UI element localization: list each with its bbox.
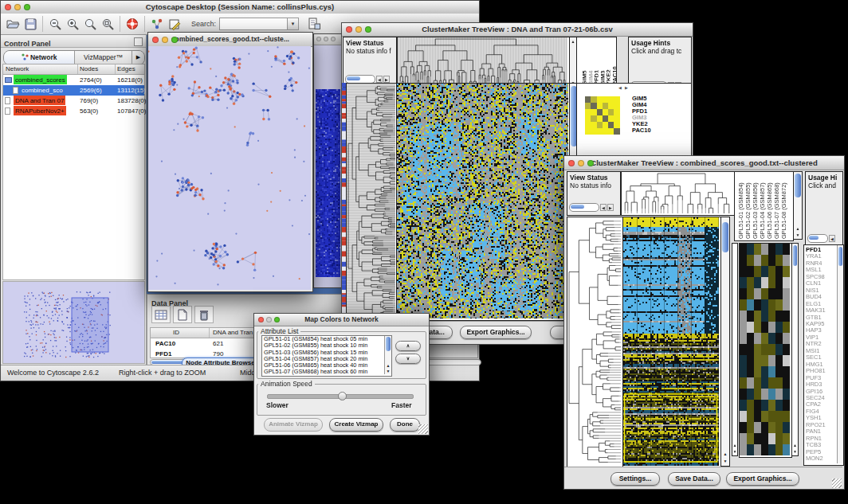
close-button[interactable]: [152, 37, 159, 43]
minimize-button[interactable]: [355, 26, 362, 33]
matrix-cell: [614, 128, 619, 135]
scroll-left-icon[interactable]: ◀: [376, 76, 383, 83]
export-graphics-button[interactable]: Export Graphics...: [460, 326, 532, 339]
row-id: PFD1: [155, 349, 171, 359]
attribute-listbox[interactable]: GPL51-01 (GSM854) heat shock 05 minGPL51…: [261, 335, 392, 377]
minimize-button[interactable]: [162, 37, 168, 43]
zoom-out-icon[interactable]: [46, 16, 64, 32]
zoom-button[interactable]: [24, 4, 30, 10]
scroll-right-icon[interactable]: ▶: [607, 204, 614, 211]
move-down-button[interactable]: ∨: [395, 354, 421, 364]
scroll-right-icon[interactable]: ▶: [625, 85, 628, 90]
view-status-text: No status info: [567, 182, 620, 189]
network-row[interactable]: combined_scores2764(0)16218(0): [3, 75, 144, 85]
close-button[interactable]: [5, 4, 11, 10]
scroll-right-icon[interactable]: ▶: [383, 76, 390, 83]
slider-thumb[interactable]: [338, 392, 347, 400]
animation-speed-slider[interactable]: [267, 394, 414, 399]
view-status-title: View Status: [344, 37, 396, 47]
tv2-status-scrollbar[interactable]: [569, 203, 599, 212]
tab-overflow-arrow[interactable]: ▶: [132, 51, 144, 64]
minimize-button[interactable]: [14, 4, 21, 10]
tv2-detail-heatmap-panel[interactable]: [739, 243, 792, 458]
scroll-left-icon[interactable]: ◀: [618, 85, 622, 90]
network-row[interactable]: DNA and Tran 07769(0)183728(0): [3, 96, 144, 106]
minimize-button[interactable]: [324, 37, 328, 41]
network-table: Network Nodes Edges combined_scores2764(…: [2, 64, 145, 280]
help-icon[interactable]: [124, 16, 141, 32]
save-data-button[interactable]: Save Data...: [668, 472, 720, 486]
close-button[interactable]: [346, 26, 352, 33]
search-label: Search:: [191, 20, 216, 28]
similarity-matrix[interactable]: [585, 96, 620, 135]
network-row[interactable]: RNAPuberNov2+563(0)107847(0): [3, 106, 144, 116]
tv2-hints-scrollbar[interactable]: [807, 234, 828, 243]
attribute-list-vscrollbar[interactable]: ▲▼: [384, 336, 391, 374]
network-nodes-count: 769(0): [80, 96, 98, 106]
scroll-left-icon[interactable]: ◀: [829, 235, 835, 242]
tv2-detail-right-scrollbar[interactable]: ▲▼: [791, 243, 799, 456]
birdseye-view-canvas[interactable]: [3, 282, 144, 363]
matrix-cell: [614, 109, 619, 115]
tab-vizmapper[interactable]: VizMapper™: [74, 51, 132, 64]
attribute-table-icon[interactable]: [151, 306, 171, 323]
create-vizmap-button[interactable]: Create Vizmap: [329, 418, 383, 432]
done-button[interactable]: Done: [390, 418, 420, 432]
close-button[interactable]: [258, 317, 264, 322]
settings-button[interactable]: Settings...: [610, 472, 660, 486]
animate-vizmap-button[interactable]: Animate Vizmap: [264, 418, 323, 432]
tv1-column-tree-panel[interactable]: [397, 37, 570, 88]
network-row[interactable]: combined_sco2569(6)13112(15): [3, 85, 144, 96]
move-up-button[interactable]: ∧: [395, 341, 421, 351]
tv2-detail-left-scrollbar[interactable]: ▲▼: [732, 243, 738, 456]
zoom-fit-icon[interactable]: [81, 16, 99, 32]
delete-trash-icon[interactable]: [194, 306, 214, 323]
resize-grip[interactable]: [832, 479, 842, 488]
tv2-heatmap-vscrollbar[interactable]: ▲▼: [720, 217, 730, 467]
zoom-button[interactable]: [331, 37, 336, 41]
attribute-browser-icon[interactable]: [305, 16, 323, 32]
resize-grip[interactable]: [418, 424, 428, 434]
zoom-button[interactable]: [365, 26, 371, 33]
matrix-cell: [585, 109, 591, 115]
search-input[interactable]: [219, 18, 288, 30]
tv2-column-tree-panel[interactable]: [621, 171, 735, 216]
new-document-icon[interactable]: [173, 306, 192, 323]
export-graphics-button[interactable]: Export Graphics...: [726, 472, 799, 486]
float-panel-icon[interactable]: [134, 37, 143, 46]
matrix-cell: [597, 128, 603, 135]
zoom-button[interactable]: [171, 37, 178, 43]
network-graph-canvas[interactable]: [148, 46, 311, 290]
annotation-icon[interactable]: [166, 16, 183, 32]
close-button[interactable]: [568, 160, 575, 166]
scroll-left-icon[interactable]: ◀: [600, 204, 607, 211]
save-icon[interactable]: [22, 16, 39, 32]
network-table-header[interactable]: Network Nodes Edges: [3, 64, 144, 75]
network-overview-icon[interactable]: [148, 16, 166, 32]
zoom-button[interactable]: [274, 317, 280, 322]
tab-network[interactable]: Network: [4, 51, 74, 64]
close-button[interactable]: [316, 37, 321, 41]
column-label: PFD1: [592, 39, 599, 85]
open-folder-icon[interactable]: [4, 16, 22, 32]
minimize-button[interactable]: [578, 160, 584, 166]
dense-network-canvas[interactable]: [316, 89, 340, 277]
row-value: 621: [213, 338, 223, 349]
search-dropdown-icon[interactable]: ▼: [288, 18, 299, 30]
row-label[interactable]: PAC10: [632, 127, 651, 134]
tv2-heatmap-panel[interactable]: [622, 217, 721, 468]
zoom-button[interactable]: [587, 160, 594, 166]
tv2-row-tree-panel[interactable]: [567, 217, 623, 468]
tv1-heatmap-panel[interactable]: [396, 83, 571, 321]
main-title-bar[interactable]: Cytoscape Desktop (Session Name: collins…: [1, 1, 479, 14]
network-overview-panel[interactable]: [2, 281, 145, 364]
minimize-button[interactable]: [266, 317, 272, 322]
usage-hints-text: Click and: [806, 182, 842, 189]
attribute-item[interactable]: GPL51-07 (GSM868) heat shock 60 min: [262, 369, 391, 375]
tv1-row-tree-panel[interactable]: [346, 83, 398, 321]
tv2-gene-list-vscrollbar[interactable]: [837, 245, 843, 463]
zoom-selected-icon[interactable]: [99, 16, 116, 32]
tv2-column-labels-vscrollbar[interactable]: ▲▼: [793, 171, 803, 240]
zoom-in-icon[interactable]: [64, 16, 81, 32]
network-edges-count: 107847(0): [117, 106, 146, 116]
